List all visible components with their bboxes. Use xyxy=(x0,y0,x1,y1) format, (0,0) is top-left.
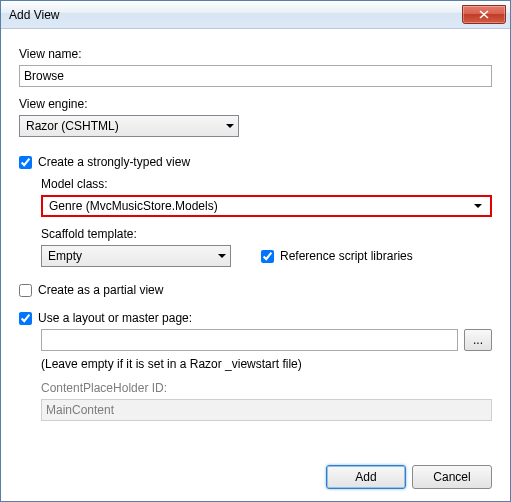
chevron-down-icon xyxy=(474,204,482,208)
view-engine-value: Razor (CSHTML) xyxy=(26,119,119,133)
layout-path-input[interactable] xyxy=(41,329,458,351)
cph-id-label: ContentPlaceHolder ID: xyxy=(41,381,492,395)
use-layout-checkbox[interactable] xyxy=(19,312,32,325)
add-button-label: Add xyxy=(355,470,376,484)
cancel-button-label: Cancel xyxy=(433,470,470,484)
strongly-typed-group: Model class: Genre (MvcMusicStore.Models… xyxy=(41,173,492,267)
cph-id-input xyxy=(41,399,492,421)
partial-view-label[interactable]: Create as a partial view xyxy=(38,283,163,297)
dialog-content: View name: View engine: Razor (CSHTML) C… xyxy=(1,29,510,501)
view-name-input[interactable] xyxy=(19,65,492,87)
titlebar: Add View xyxy=(1,1,510,29)
scaffold-template-value: Empty xyxy=(48,249,82,263)
reference-scripts-checkbox[interactable] xyxy=(261,250,274,263)
scaffold-template-combo[interactable]: Empty xyxy=(41,245,231,267)
cancel-button[interactable]: Cancel xyxy=(412,465,492,489)
add-view-dialog: Add View View name: View engine: Razor (… xyxy=(0,0,511,502)
strongly-typed-row: Create a strongly-typed view xyxy=(19,155,492,169)
chevron-down-icon xyxy=(226,124,234,128)
close-button[interactable] xyxy=(462,5,506,24)
window-title: Add View xyxy=(9,8,59,22)
add-button[interactable]: Add xyxy=(326,465,406,489)
browse-button[interactable]: ... xyxy=(464,329,492,351)
close-icon xyxy=(479,10,489,19)
dialog-footer: Add Cancel xyxy=(19,455,492,489)
strongly-typed-label[interactable]: Create a strongly-typed view xyxy=(38,155,190,169)
view-name-label: View name: xyxy=(19,47,492,61)
partial-view-checkbox[interactable] xyxy=(19,284,32,297)
use-layout-label[interactable]: Use a layout or master page: xyxy=(38,311,192,325)
strongly-typed-checkbox[interactable] xyxy=(19,156,32,169)
scaffold-template-label: Scaffold template: xyxy=(41,227,492,241)
layout-hint: (Leave empty if it is set in a Razor _vi… xyxy=(41,357,492,371)
layout-group: ... (Leave empty if it is set in a Razor… xyxy=(41,329,492,421)
ellipsis-icon: ... xyxy=(473,333,483,347)
model-class-label: Model class: xyxy=(41,177,492,191)
chevron-down-icon xyxy=(218,254,226,258)
view-engine-combo[interactable]: Razor (CSHTML) xyxy=(19,115,239,137)
view-engine-label: View engine: xyxy=(19,97,492,111)
model-class-value: Genre (MvcMusicStore.Models) xyxy=(49,199,218,213)
model-class-combo[interactable]: Genre (MvcMusicStore.Models) xyxy=(41,195,492,217)
reference-scripts-label[interactable]: Reference script libraries xyxy=(280,249,413,263)
